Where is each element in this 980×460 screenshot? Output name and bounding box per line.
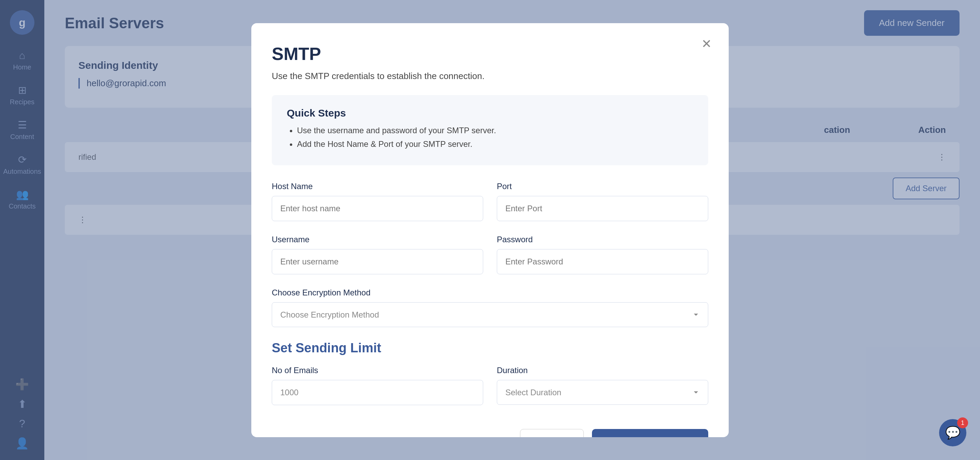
smtp-modal: ✕ SMTP Use the SMTP credentials to estab… bbox=[251, 23, 729, 437]
username-input[interactable] bbox=[272, 249, 483, 274]
no-of-emails-label: No of Emails bbox=[272, 366, 483, 375]
password-input[interactable] bbox=[497, 249, 708, 274]
chat-badge: 1 bbox=[957, 417, 968, 428]
modal-subtitle: Use the SMTP credentials to establish th… bbox=[272, 71, 708, 81]
close-button[interactable]: ✕ bbox=[702, 37, 712, 51]
port-input[interactable] bbox=[497, 196, 708, 221]
duration-select[interactable]: Select Duration Per Hour Per Day Per Wee… bbox=[497, 380, 708, 405]
username-group: Username bbox=[272, 235, 483, 274]
quick-steps-box: Quick Steps Use the username and passwor… bbox=[272, 95, 708, 165]
quick-step-1: Use the username and password of your SM… bbox=[297, 126, 693, 135]
encryption-select[interactable]: Choose Encryption Method SSL TLS None bbox=[272, 302, 708, 327]
encryption-label: Choose Encryption Method bbox=[272, 288, 708, 297]
chat-bubble[interactable]: 💬 1 bbox=[939, 419, 966, 446]
password-group: Password bbox=[497, 235, 708, 274]
host-name-input[interactable] bbox=[272, 196, 483, 221]
duration-label: Duration bbox=[497, 366, 708, 375]
modal-title: SMTP bbox=[272, 44, 708, 64]
encryption-group: Choose Encryption Method Choose Encrypti… bbox=[272, 288, 708, 327]
quick-steps-title: Quick Steps bbox=[287, 107, 693, 119]
chat-icon: 💬 bbox=[945, 425, 961, 440]
host-name-label: Host Name bbox=[272, 182, 483, 191]
no-of-emails-input[interactable] bbox=[272, 380, 483, 405]
password-label: Password bbox=[497, 235, 708, 244]
no-of-emails-group: No of Emails bbox=[272, 366, 483, 405]
cancel-button[interactable]: Cancel bbox=[520, 429, 584, 437]
duration-group: Duration Select Duration Per Hour Per Da… bbox=[497, 366, 708, 405]
host-name-group: Host Name bbox=[272, 182, 483, 221]
modal-overlay: ✕ SMTP Use the SMTP credentials to estab… bbox=[0, 0, 980, 460]
save-continue-button[interactable]: Save and Continue bbox=[592, 429, 708, 437]
footer-buttons: Cancel Save and Continue bbox=[520, 429, 708, 437]
quick-step-2: Add the Host Name & Port of your SMTP se… bbox=[297, 140, 693, 149]
username-label: Username bbox=[272, 235, 483, 244]
modal-footer: Not sure what to do? Check our help cent… bbox=[272, 419, 708, 437]
port-label: Port bbox=[497, 182, 708, 191]
sending-limit-row: No of Emails Duration Select Duration Pe… bbox=[272, 366, 708, 405]
port-group: Port bbox=[497, 182, 708, 221]
set-sending-limit-heading: Set Sending Limit bbox=[272, 341, 708, 355]
username-password-row: Username Password bbox=[272, 235, 708, 274]
host-port-row: Host Name Port bbox=[272, 182, 708, 221]
